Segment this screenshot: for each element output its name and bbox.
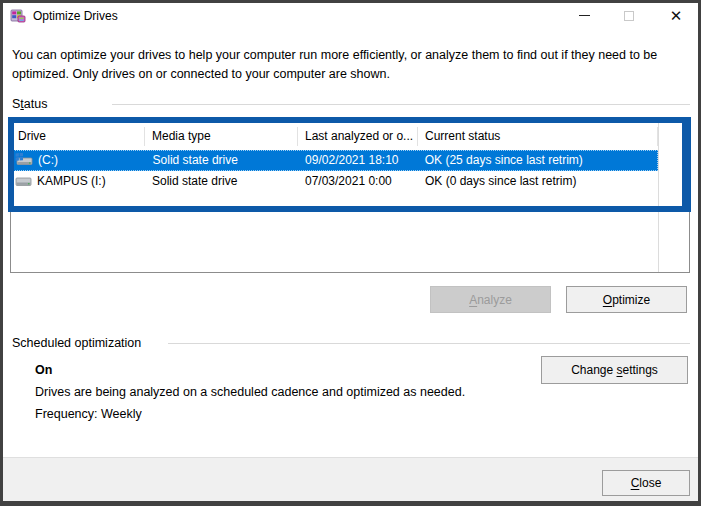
intro-line-2: optimized. Only drives on or connected t… xyxy=(12,65,696,84)
media-type-cell: Solid state drive xyxy=(146,150,299,171)
intro-line-1: You can optimize your drives to help you… xyxy=(12,46,696,65)
media-type-cell: Solid state drive xyxy=(145,171,298,192)
column-end-line xyxy=(658,123,659,272)
close-window-button[interactable]: ✕ xyxy=(661,0,691,31)
drive-name: (C:) xyxy=(38,150,58,171)
scheduled-group-divider xyxy=(168,343,690,344)
drive-icon xyxy=(14,174,33,189)
current-status-cell: OK (25 days since last retrim) xyxy=(418,150,657,171)
drive-cell: KAMPUS (I:) xyxy=(11,171,145,192)
drive-name: KAMPUS (I:) xyxy=(37,171,106,192)
analyze-button: Analyze xyxy=(430,286,551,313)
intro-text: You can optimize your drives to help you… xyxy=(12,46,696,84)
drive-cell: (C:) xyxy=(12,150,146,171)
maximize-button xyxy=(614,0,644,31)
column-header-current-status[interactable]: Current status xyxy=(418,127,658,146)
status-group-divider xyxy=(112,104,690,105)
system-drive-icon xyxy=(15,153,34,168)
drive-list-header: Drive Media type Last analyzed or o... C… xyxy=(11,123,689,150)
optimize-drives-dialog: Optimize Drives ✕ You can optimize your … xyxy=(0,0,701,506)
optimize-button[interactable]: Optimize xyxy=(566,286,687,313)
drive-list[interactable]: Drive Media type Last analyzed or o... C… xyxy=(10,122,690,273)
schedule-state: On xyxy=(35,363,52,377)
change-settings-button[interactable]: Change settings xyxy=(541,356,688,384)
minimize-button[interactable] xyxy=(569,0,599,31)
minimize-icon xyxy=(579,15,590,16)
dialog-footer xyxy=(0,457,701,506)
maximize-icon xyxy=(624,11,634,21)
table-row[interactable]: (C:) Solid state drive 09/02/2021 18:10 … xyxy=(11,150,658,171)
column-header-media-type[interactable]: Media type xyxy=(145,127,298,146)
close-button[interactable]: Close xyxy=(602,470,690,496)
window-title: Optimize Drives xyxy=(33,9,118,23)
last-analyzed-cell: 07/03/2021 0:00 xyxy=(298,171,418,192)
last-analyzed-cell: 09/02/2021 18:10 xyxy=(298,150,418,171)
current-status-cell: OK (0 days since last retrim) xyxy=(418,171,658,192)
optimize-drives-app-icon xyxy=(10,8,26,24)
schedule-description: Drives are being analyzed on a scheduled… xyxy=(35,385,465,399)
titlebar: Optimize Drives ✕ xyxy=(0,0,701,32)
status-group-label: Status xyxy=(12,97,47,111)
close-icon: ✕ xyxy=(670,7,683,25)
scheduled-optimization-label: Scheduled optimization xyxy=(12,336,141,350)
column-header-last-analyzed[interactable]: Last analyzed or o... xyxy=(298,127,418,146)
table-row[interactable]: KAMPUS (I:) Solid state drive 07/03/2021… xyxy=(11,171,658,192)
schedule-frequency: Frequency: Weekly xyxy=(35,407,142,421)
column-header-drive[interactable]: Drive xyxy=(11,127,145,146)
